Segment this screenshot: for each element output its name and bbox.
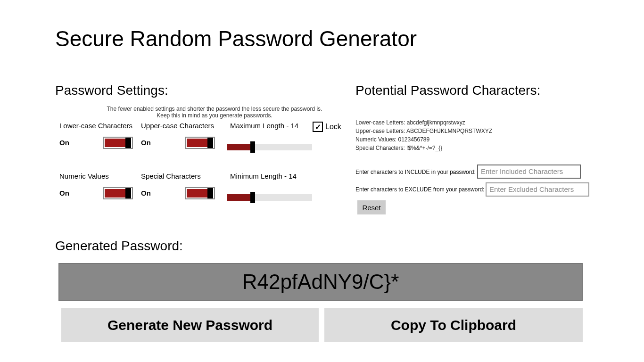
min-length-label: Minimum Length - 14 bbox=[230, 172, 297, 180]
numeric-label: Numeric Values bbox=[59, 172, 109, 180]
lowercase-state: On bbox=[59, 139, 69, 147]
max-length-slider[interactable] bbox=[227, 144, 312, 150]
special-state: On bbox=[141, 189, 151, 197]
potential-heading: Potential Password Characters: bbox=[355, 83, 540, 98]
include-input[interactable]: Enter Included Characters bbox=[477, 165, 581, 179]
generated-password-output: R42pfAdNY9/C}* bbox=[58, 263, 583, 301]
copy-button[interactable]: Copy To Clipboard bbox=[324, 308, 583, 342]
numeric-state: On bbox=[59, 189, 69, 197]
special-toggle[interactable] bbox=[185, 187, 215, 199]
min-length-slider[interactable] bbox=[227, 194, 312, 201]
charset-numeric: Numeric Values: 0123456789 bbox=[355, 136, 429, 143]
lowercase-label: Lower-case Characters bbox=[59, 122, 132, 130]
uppercase-toggle[interactable] bbox=[185, 137, 215, 149]
max-length-label: Maximum Length - 14 bbox=[230, 122, 298, 130]
charset-special: Special Characters: !$%&*+-/=?_{} bbox=[355, 145, 442, 151]
lock-control[interactable]: ✓ Lock bbox=[313, 122, 341, 132]
include-label: Enter characters to INCLUDE in your pass… bbox=[355, 169, 476, 175]
lock-checkbox[interactable]: ✓ bbox=[313, 122, 323, 132]
exclude-input[interactable]: Enter Excluded Characters bbox=[486, 182, 589, 197]
generated-heading: Generated Password: bbox=[55, 239, 183, 254]
reset-button[interactable]: Reset bbox=[357, 200, 386, 214]
uppercase-state: On bbox=[141, 139, 151, 147]
hint-line-1: The fewer enabled settings and shorter t… bbox=[107, 106, 322, 112]
charset-lower: Lower-case Letters: abcdefgijkmnpqrstwxy… bbox=[355, 119, 465, 126]
hint-line-2: Keep this in mind as you generate passwo… bbox=[157, 112, 272, 119]
numeric-toggle[interactable] bbox=[103, 187, 133, 199]
generate-button[interactable]: Generate New Password bbox=[61, 308, 319, 342]
lock-label: Lock bbox=[325, 123, 341, 131]
exclude-label: Enter characters to EXCLUDE from your pa… bbox=[355, 186, 484, 193]
uppercase-label: Upper-case Characters bbox=[141, 122, 214, 130]
settings-hint: The fewer enabled settings and shorter t… bbox=[99, 106, 330, 119]
page-title: Secure Random Password Generator bbox=[55, 26, 417, 51]
settings-heading: Password Settings: bbox=[55, 83, 168, 98]
charset-upper: Upper-case Letters: ABCDEFGHJKLMNPQRSTWX… bbox=[355, 128, 492, 134]
lowercase-toggle[interactable] bbox=[103, 137, 133, 149]
special-label: Special Characters bbox=[141, 172, 201, 180]
